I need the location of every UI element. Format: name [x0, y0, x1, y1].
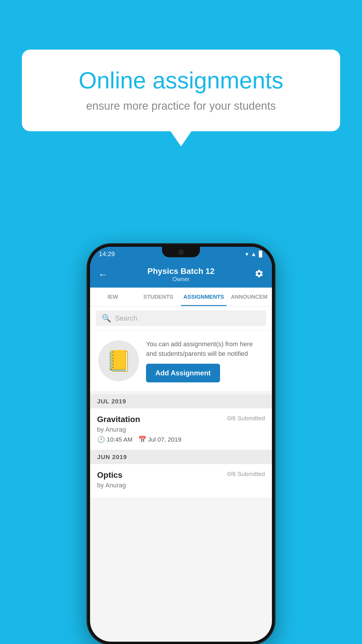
assignment-submitted-optics: 0/6 Submitted — [227, 470, 265, 477]
search-placeholder: Search — [115, 314, 137, 322]
assignment-date: Jul 07, 2019 — [148, 436, 181, 443]
add-assignment-description: You can add assignment(s) from here and … — [146, 339, 264, 358]
bubble-title: Online assignments — [42, 67, 320, 94]
header-title-group: Physics Batch 12 Owner — [147, 267, 215, 283]
add-assignment-button[interactable]: Add Assignment — [146, 364, 220, 382]
assignment-item-optics-top: Optics 0/6 Submitted — [97, 470, 265, 480]
tabs-bar: IEW STUDENTS ASSIGNMENTS ANNOUNCEM — [90, 288, 272, 306]
assignment-item-top: Gravitation 0/6 Submitted — [97, 415, 265, 424]
section-header-jul: JUL 2019 — [90, 394, 272, 408]
tab-assignments[interactable]: ASSIGNMENTS — [181, 288, 226, 306]
app-header: ← Physics Batch 12 Owner — [90, 261, 272, 288]
assignment-meta: 🕐 10:45 AM 📅 Jul 07, 2019 — [97, 436, 265, 443]
signal-icon: ▲ — [251, 251, 256, 258]
assignment-name: Gravitation — [97, 415, 140, 424]
tab-announcements[interactable]: ANNOUNCEM — [226, 288, 272, 306]
assignment-item-optics[interactable]: Optics 0/6 Submitted by Anurag — [90, 464, 272, 498]
header-title: Physics Batch 12 — [147, 267, 215, 276]
search-icon: 🔍 — [102, 314, 111, 323]
status-time: 14:29 — [99, 250, 115, 258]
assignment-name-optics: Optics — [97, 470, 122, 480]
notch — [162, 247, 200, 257]
assignment-submitted: 0/6 Submitted — [227, 415, 265, 422]
assignment-icon-circle: 📒 — [98, 340, 139, 381]
phone-frame: 14:29 ▾ ▲ ▊ ← Physics Batch 12 Owner — [88, 244, 274, 644]
assignment-item-gravitation[interactable]: Gravitation 0/6 Submitted by Anurag 🕐 10… — [90, 408, 272, 450]
tab-students[interactable]: STUDENTS — [136, 288, 181, 306]
settings-button[interactable] — [254, 269, 264, 280]
assignment-notebook-icon: 📒 — [106, 349, 131, 373]
clock-icon: 🕐 — [97, 436, 105, 443]
search-bar[interactable]: 🔍 Search — [96, 310, 266, 326]
add-assignment-card: 📒 You can add assignment(s) from here an… — [90, 330, 272, 391]
gear-icon — [254, 269, 264, 278]
header-subtitle: Owner — [147, 276, 215, 283]
assignment-date-meta: 📅 Jul 07, 2019 — [138, 436, 181, 443]
speech-bubble: Online assignments ensure more practice … — [22, 50, 340, 131]
wifi-icon: ▾ — [245, 251, 248, 258]
assignment-time-meta: 🕐 10:45 AM — [97, 436, 133, 443]
battery-icon: ▊ — [259, 251, 263, 258]
assignment-author: by Anurag — [97, 426, 265, 433]
bubble-subtitle: ensure more practice for your students — [42, 100, 320, 112]
phone-screen: 14:29 ▾ ▲ ▊ ← Physics Batch 12 Owner — [90, 247, 272, 642]
section-header-jun: JUN 2019 — [90, 450, 272, 464]
speech-bubble-container: Online assignments ensure more practice … — [22, 50, 340, 131]
back-button[interactable]: ← — [98, 269, 108, 280]
assignment-author-optics: by Anurag — [97, 482, 265, 489]
tab-iew[interactable]: IEW — [90, 288, 136, 306]
status-icons: ▾ ▲ ▊ — [245, 251, 263, 258]
assignment-time: 10:45 AM — [107, 436, 133, 443]
content-area: 🔍 Search 📒 You can add assignment(s) fro… — [90, 306, 272, 642]
calendar-icon: 📅 — [138, 436, 146, 443]
add-assignment-right: You can add assignment(s) from here and … — [146, 339, 264, 382]
search-bar-wrap: 🔍 Search — [90, 306, 272, 330]
front-camera — [178, 250, 184, 255]
